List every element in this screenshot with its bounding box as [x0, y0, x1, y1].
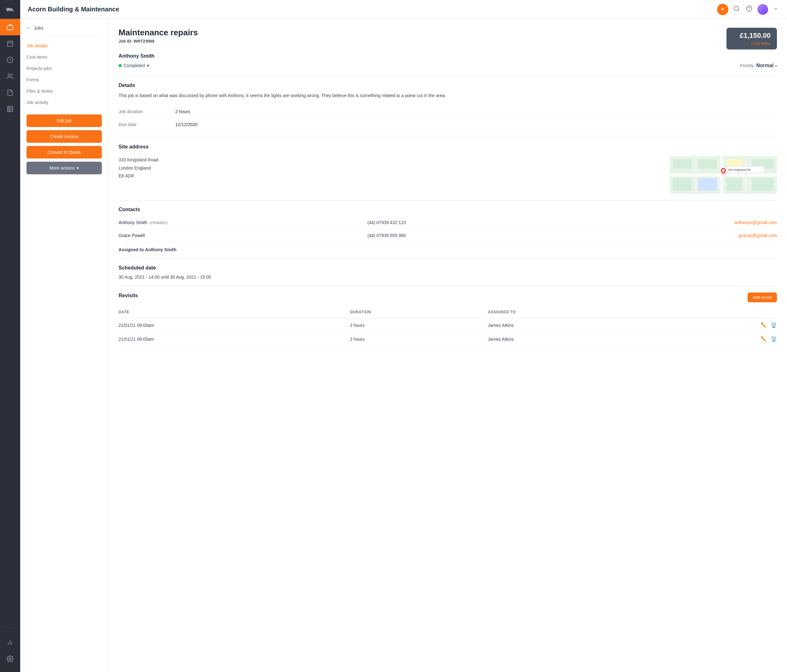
avatar[interactable]	[757, 4, 768, 15]
scheduled-date: 30 Aug, 2021 - 14:00 until 30 Aug, 2021 …	[119, 274, 777, 279]
contact-row-1: Grace Powell (44) 07939 555 980 gracep@g…	[119, 229, 777, 242]
revisit-duration-1: 2 hours	[350, 332, 488, 346]
contact-email-1[interactable]: gracep@gmail.com	[562, 229, 777, 242]
cost-items-link[interactable]: Cost items	[733, 41, 771, 46]
cost-amount: £1,150.00	[733, 32, 771, 40]
job-header: Maintenance repairs Job ID: WRT23998 £1,…	[119, 28, 777, 49]
map-inner: 333 Kingsland Rd,	[670, 156, 777, 194]
site-address-title: Site address	[119, 144, 777, 150]
chevron-down-icon: ▾	[77, 166, 79, 170]
divider-1	[119, 76, 777, 76]
delete-revisit-0-icon[interactable]: 🗑️	[771, 322, 777, 328]
app-logo: We.	[0, 0, 20, 19]
sidebar-item-job-details[interactable]: Job details	[20, 40, 108, 51]
nav-icon-calendar[interactable]	[0, 35, 20, 52]
job-title-section: Maintenance repairs Job ID: WRT23998	[119, 28, 198, 44]
delete-revisit-1-icon[interactable]: 🗑️	[771, 336, 777, 342]
priority-chevron-icon: ▾	[775, 64, 777, 68]
status-row: Completed ▾ Priority: Normal ▾	[119, 63, 777, 68]
revisit-row-0: 21/01/21 09:00am 2 hours James Atkins ✏️…	[119, 319, 777, 332]
divider-3	[119, 200, 777, 200]
revisit-row-1: 21/01/21 09:00am 2 hours James Atkins ✏️…	[119, 332, 777, 346]
divider-5	[119, 286, 777, 286]
back-arrow-icon: ←	[27, 25, 32, 31]
col-date: DATE	[119, 307, 350, 319]
duration-row: Job duration 2 hours	[119, 105, 777, 118]
revisits-header: Revisits Add revisit	[119, 292, 777, 302]
search-button[interactable]	[732, 4, 741, 14]
svg-line-16	[738, 10, 739, 11]
svg-text:333 Kingsland Rd,: 333 Kingsland Rd,	[728, 168, 751, 172]
svg-rect-33	[752, 178, 774, 191]
site-section: 333 Kingsland Road London England E8 4DR	[119, 156, 777, 194]
nav-icon-chart[interactable]	[0, 634, 20, 651]
svg-rect-31	[698, 178, 717, 191]
revisits-title: Revisits	[119, 293, 138, 298]
customer-name: Anthony Smith	[119, 53, 777, 59]
add-revisit-button[interactable]: Add revisit	[747, 292, 777, 302]
divider-2	[119, 137, 777, 138]
job-title: Maintenance repairs	[119, 28, 198, 38]
svg-rect-27	[698, 159, 717, 169]
svg-point-14	[9, 658, 11, 660]
site-address-text: 333 Kingsland Road London England E8 4DR	[119, 156, 662, 180]
svg-rect-26	[673, 159, 692, 169]
revisit-assigned-1: James Atkins	[488, 332, 670, 346]
edit-revisit-0-icon[interactable]: ✏️	[760, 322, 767, 328]
due-date-label: Due date	[119, 122, 175, 127]
contacts-table: Anthony Smith (PRIMARY) (44) 07939 432 1…	[119, 216, 777, 242]
top-header: Acorn Building & Maintenance +	[20, 0, 787, 19]
sidebar-item-forms[interactable]: Forms	[20, 74, 108, 85]
contact-email-0[interactable]: anthonys@gmail.com	[562, 216, 777, 229]
help-button[interactable]	[745, 4, 754, 14]
edit-revisit-1-icon[interactable]: ✏️	[760, 336, 767, 342]
nav-icon-users[interactable]	[0, 68, 20, 84]
site-info: 333 Kingsland Road London England E8 4DR	[119, 156, 662, 194]
contact-phone-0: (44) 07939 432 123	[367, 216, 562, 229]
col-assigned: ASSIGNED TO	[488, 307, 670, 319]
details-description: This job is based on what was discussed …	[119, 92, 777, 99]
sidebar-item-files-notes[interactable]: Files & Notes	[20, 85, 108, 97]
add-button[interactable]: +	[717, 4, 729, 15]
sidebar-item-projects-jobs[interactable]: Projects jobs	[20, 63, 108, 74]
svg-rect-0	[7, 25, 13, 30]
svg-point-36	[722, 169, 725, 172]
svg-rect-30	[673, 178, 692, 191]
svg-point-15	[734, 6, 738, 10]
col-actions	[670, 307, 777, 319]
due-date-value: 12/12/2020	[175, 122, 198, 127]
sidebar-item-cost-items[interactable]: Cost items	[20, 51, 108, 63]
avatar-dropdown-button[interactable]	[772, 5, 779, 14]
assigned-text: Assigned to Anthony Smith	[119, 247, 777, 252]
status-badge[interactable]: Completed ▾	[119, 63, 149, 68]
job-id: Job ID: WRT23998	[119, 39, 198, 44]
sidebar-item-job-activity[interactable]: Job activity	[20, 97, 108, 108]
revisit-actions-1: ✏️ 🗑️	[670, 332, 777, 346]
revisits-table: DATE DURATION ASSIGNED TO 21/01/21 09:00…	[119, 307, 777, 346]
svg-rect-21	[720, 156, 723, 194]
svg-rect-32	[727, 178, 742, 191]
edit-job-button[interactable]: Edit job	[27, 114, 102, 127]
sidebar-divider	[4, 631, 16, 632]
revisit-assigned-0: James Atkins	[488, 319, 670, 332]
nav-icon-table[interactable]	[0, 101, 20, 117]
nav-icon-briefcase[interactable]	[0, 19, 20, 35]
back-to-jobs-link[interactable]: ← Jobs	[20, 25, 108, 36]
nav-icon-settings[interactable]	[0, 651, 20, 667]
col-duration: DURATION	[350, 307, 488, 319]
status-label: Completed	[123, 63, 145, 68]
revisit-date-0: 21/01/21 09:00am	[119, 319, 350, 332]
nav-icon-clock[interactable]	[0, 52, 20, 68]
convert-to-quote-button[interactable]: Convert to Quote	[27, 146, 102, 159]
revisits-header-row: DATE DURATION ASSIGNED TO	[119, 307, 777, 319]
more-actions-button[interactable]: More actions ▾	[27, 162, 102, 174]
contacts-title: Contacts	[119, 207, 777, 213]
duration-value: 2 hours	[175, 109, 190, 114]
cost-box: £1,150.00 Cost items	[727, 28, 777, 49]
header-actions: +	[717, 4, 779, 15]
status-chevron-icon: ▾	[147, 63, 149, 68]
create-invoice-button[interactable]: Create invoice	[27, 130, 102, 143]
back-label: Jobs	[34, 25, 44, 31]
map-placeholder[interactable]: 333 Kingsland Rd,	[670, 156, 777, 194]
nav-icon-document[interactable]	[0, 84, 20, 101]
